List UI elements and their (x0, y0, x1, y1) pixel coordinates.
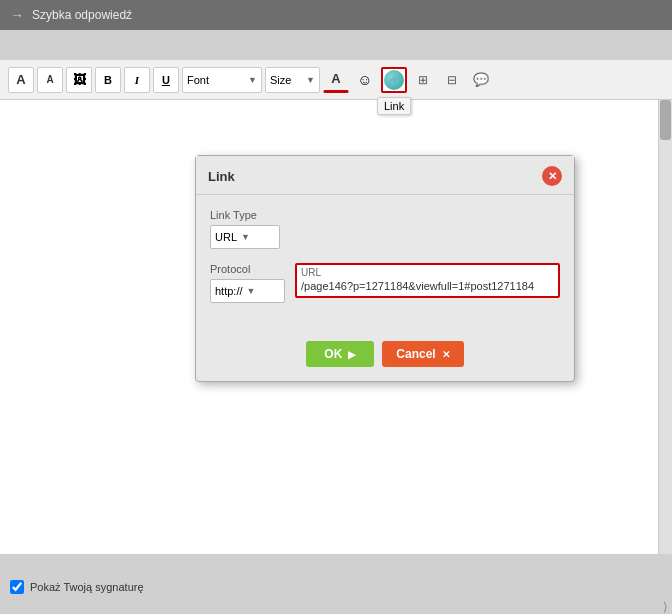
url-input-wrapper: URL (295, 263, 560, 298)
dialog-footer: OK ▶ Cancel ✕ (196, 331, 574, 381)
ok-btn[interactable]: OK ▶ (306, 341, 374, 367)
protocol-url-row: Protocol http:// ▼ URL (210, 263, 560, 303)
modal-overlay: Link ✕ Link Type URL ▼ P (0, 0, 672, 614)
link-dialog: Link ✕ Link Type URL ▼ P (195, 155, 575, 382)
cancel-x-icon: ✕ (442, 349, 450, 360)
url-input[interactable] (297, 278, 558, 296)
protocol-select[interactable]: http:// ▼ (210, 279, 285, 303)
dialog-close-btn[interactable]: ✕ (542, 166, 562, 186)
protocol-label: Protocol (210, 263, 285, 275)
dialog-header: Link ✕ (196, 156, 574, 195)
dialog-title: Link (208, 169, 235, 184)
link-type-row: Link Type URL ▼ (210, 209, 560, 249)
ok-arrow-icon: ▶ (348, 349, 356, 360)
link-type-select-wrapper: URL ▼ (210, 225, 560, 249)
dialog-body: Link Type URL ▼ Protocol http:// ▼ (196, 195, 574, 331)
protocol-chevron-icon: ▼ (247, 286, 256, 296)
link-type-chevron-icon: ▼ (241, 232, 250, 242)
url-label: URL (297, 265, 558, 278)
link-type-select[interactable]: URL ▼ (210, 225, 280, 249)
link-type-label: Link Type (210, 209, 560, 221)
cancel-btn[interactable]: Cancel ✕ (382, 341, 463, 367)
protocol-wrapper: Protocol http:// ▼ (210, 263, 285, 303)
